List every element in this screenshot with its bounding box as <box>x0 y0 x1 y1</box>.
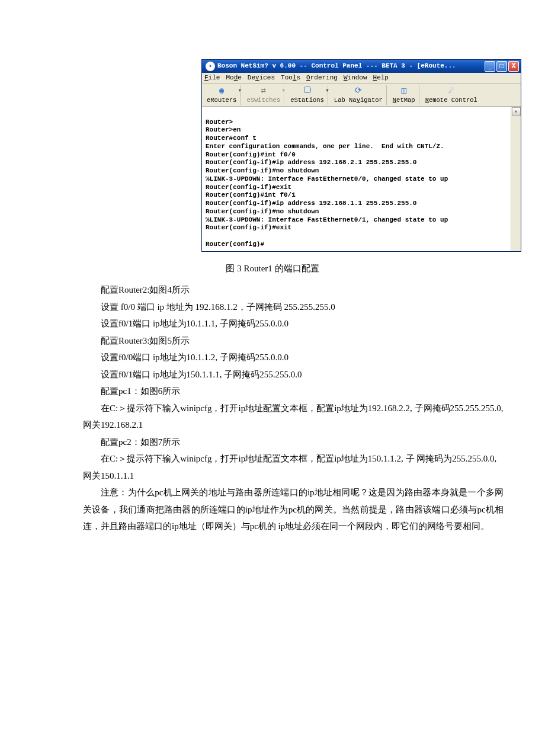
text-paragraph: 在C:＞提示符下输入winipcfg，打开ip地址配置文本框，配置ip地址为15… <box>83 450 504 484</box>
titlebar: ✦ Boson NetSim? v 6.00 -- Control Panel … <box>202 60 521 73</box>
station-icon: 🖵 <box>301 86 314 97</box>
text-paragraph: 在C:＞提示符下输入winipcfg，打开ip地址配置文本框，配置ip地址为19… <box>83 400 504 434</box>
toolbar-erouters[interactable]: ◉ eRouters ▼ <box>203 85 241 105</box>
scrollbar[interactable]: ▴ <box>511 107 521 251</box>
text-line: 配置Router3:如图5所示 <box>83 332 462 350</box>
close-button[interactable]: X <box>508 61 519 72</box>
chevron-down-icon: ▼ <box>239 88 242 94</box>
toolbar-remote[interactable]: ☄ Remote Control <box>422 85 481 105</box>
navigator-icon: ⟳ <box>352 86 365 97</box>
text-line: 设置f0/1端口 ip地址为10.1.1.1, 子网掩码255.0.0.0 <box>83 315 462 332</box>
text-line: 设置 f0/0 端口 ip 地址为 192.168.1.2，子网掩码 255.2… <box>83 299 462 316</box>
menu-tools[interactable]: Tools <box>281 74 300 82</box>
console-wrap: Router> Router>en Router#conf t Enter co… <box>202 107 521 251</box>
netmap-icon: ◫ <box>397 86 411 97</box>
chevron-down-icon: ▼ <box>282 88 285 94</box>
menu-mode[interactable]: Mode <box>226 74 241 82</box>
toolbar-estations[interactable]: 🖵 eStations ▼ <box>287 85 328 105</box>
chevron-down-icon: ▼ <box>326 88 329 94</box>
menu-devices[interactable]: Devices <box>248 74 275 82</box>
remote-icon: ☄ <box>445 86 458 97</box>
toolbar: ◉ eRouters ▼ ⇄ eSwitches ▼ 🖵 eStations ▼… <box>202 84 521 107</box>
menu-window[interactable]: Window <box>344 74 367 82</box>
scroll-up-icon[interactable]: ▴ <box>512 107 521 116</box>
menu-ordering[interactable]: Ordering <box>306 74 338 82</box>
switch-icon: ⇄ <box>257 86 270 97</box>
document-body: 配置Router2:如图4所示 设置 f0/0 端口 ip 地址为 192.16… <box>24 281 521 535</box>
window-title: Boson NetSim? v 6.00 -- Control Panel --… <box>217 62 485 71</box>
text-line: 配置pc2：如图7所示 <box>83 434 462 451</box>
text-line: 配置Router2:如图4所示 <box>83 281 462 299</box>
text-note: 注意：为什么pc机上网关的地址与路由器所连端口的ip地址相同呢？这是因为路由器本… <box>83 484 504 535</box>
window-buttons: _ □ X <box>485 61 519 72</box>
toolbar-netmap[interactable]: ◫ NetMap <box>389 85 419 105</box>
menu-help[interactable]: Help <box>373 74 389 82</box>
toolbar-labnav[interactable]: ⟳ Lab Navigator <box>331 85 387 105</box>
text-line: 设置f0/0端口 ip地址为10.1.1.2, 子网掩码255.0.0.0 <box>83 349 462 366</box>
menu-file[interactable]: File <box>204 74 220 82</box>
menu-bar: File Mode Devices Tools Ordering Window … <box>202 73 521 84</box>
figure-caption: 图 3 Router1 的端口配置 <box>24 260 521 277</box>
router-icon: ◉ <box>215 86 228 97</box>
text-line: 配置pc1：如图6所示 <box>83 383 462 400</box>
minimize-button[interactable]: _ <box>485 61 495 72</box>
maximize-button[interactable]: □ <box>496 61 507 72</box>
app-icon: ✦ <box>206 62 215 71</box>
terminal-output[interactable]: Router> Router>en Router#conf t Enter co… <box>202 107 511 251</box>
netsim-window: ✦ Boson NetSim? v 6.00 -- Control Panel … <box>201 59 521 252</box>
toolbar-eswitches[interactable]: ⇄ eSwitches ▼ <box>243 85 284 105</box>
text-line: 设置f0/1端口 ip地址为150.1.1.1, 子网掩码255.255.0.0 <box>83 366 462 383</box>
